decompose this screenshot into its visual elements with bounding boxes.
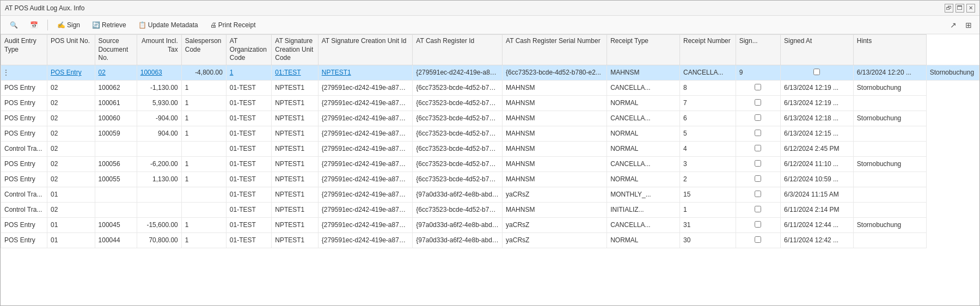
sign-checkbox-input[interactable] bbox=[755, 145, 761, 151]
cell-receipt-number: 8 bbox=[680, 80, 736, 95]
col-header-at-cash-serial: AT Cash Register Serial Number bbox=[503, 35, 607, 65]
table-row[interactable]: POS Entry021000551,130.00101-TESTNPTEST1… bbox=[1, 172, 979, 187]
table-row[interactable]: POS Entry02100062-1,130.00101-TESTNPTEST… bbox=[1, 80, 979, 95]
cell-audit-entry-type[interactable]: POS Entry bbox=[47, 65, 95, 80]
sign-checkbox-input[interactable] bbox=[755, 130, 761, 136]
sign-checkbox-input[interactable] bbox=[755, 99, 761, 106]
link-at-org-code[interactable]: 01:TEST bbox=[275, 69, 301, 76]
cell-pos-unit-no[interactable]: 02 bbox=[95, 65, 137, 80]
cell-receipt-number: 9 bbox=[736, 65, 780, 80]
share-button[interactable]: ↗ bbox=[947, 20, 960, 30]
cell-amount-incl-tax: -1,130.00 bbox=[137, 80, 181, 95]
retrieve-button[interactable]: 🔄 Retrieve bbox=[87, 19, 131, 31]
table-row[interactable]: POS Entry0110004470,800.00101-TESTNPTEST… bbox=[1, 232, 979, 248]
table-row[interactable]: Control Tra...0201-TESTNPTEST1{279591ec-… bbox=[1, 202, 979, 217]
sign-button[interactable]: ✍ Sign bbox=[52, 19, 85, 31]
cell-sign-checkbox[interactable] bbox=[736, 80, 780, 95]
cell-sign-checkbox[interactable] bbox=[736, 232, 780, 248]
cell-sign-checkbox[interactable] bbox=[736, 172, 780, 187]
sign-checkbox-input[interactable] bbox=[755, 160, 761, 167]
row-menu-button[interactable]: ⋮ bbox=[1, 68, 11, 77]
table-row[interactable]: ⋮POS Entry02100063-4,800.00101:TESTNPTES… bbox=[1, 65, 979, 80]
cell-source-doc-no[interactable]: 100063 bbox=[137, 65, 181, 80]
cell-at-sig-unit-code: NPTEST1 bbox=[272, 80, 318, 95]
cell-receipt-number: 3 bbox=[680, 156, 736, 172]
cell-salesperson-code: 1 bbox=[181, 95, 226, 111]
restore-button[interactable]: 🗗 bbox=[945, 4, 953, 13]
cell-salesperson-code bbox=[181, 141, 226, 156]
cell-sign-checkbox[interactable] bbox=[736, 187, 780, 202]
table-container[interactable]: Audit EntryType POS Unit No. SourceDocum… bbox=[1, 34, 979, 305]
cell-sign-checkbox[interactable] bbox=[736, 141, 780, 156]
table-row[interactable]: POS Entry02100060-904.00101-TESTNPTEST1{… bbox=[1, 111, 979, 126]
calendar-button[interactable]: 📅 bbox=[25, 19, 43, 31]
sign-checkbox-input[interactable] bbox=[813, 69, 820, 75]
toolbar-right: ↗ ⊞ bbox=[947, 20, 975, 30]
cell-receipt-number: 5 bbox=[680, 126, 736, 141]
cell-sign-checkbox[interactable] bbox=[736, 95, 780, 111]
cell-salesperson-code[interactable]: 1 bbox=[226, 65, 271, 80]
update-metadata-button[interactable]: 📋 Update Metadata bbox=[133, 19, 203, 31]
cell-at-sig-unit-code: NPTEST1 bbox=[272, 217, 318, 232]
cell-source-doc-no: 100059 bbox=[95, 126, 137, 141]
table-row[interactable]: POS Entry02100056-6,200.00101-TESTNPTEST… bbox=[1, 156, 979, 172]
close-button[interactable]: ✕ bbox=[966, 4, 975, 13]
sign-label: Sign bbox=[67, 21, 80, 29]
link-audit-entry-type[interactable]: POS Entry bbox=[51, 69, 82, 76]
link-at-sig-unit-code[interactable]: NPTEST1 bbox=[322, 69, 351, 76]
search-button[interactable]: 🔍 bbox=[5, 19, 23, 31]
link-salesperson-code[interactable]: 1 bbox=[230, 69, 234, 76]
table-row[interactable]: Control Tra...0101-TESTNPTEST1{279591ec-… bbox=[1, 187, 979, 202]
cell-at-sig-unit-id: {279591ec-d242-419e-a87b-98... bbox=[318, 202, 413, 217]
cell-sign-checkbox[interactable] bbox=[781, 65, 854, 80]
cell-audit-entry-type: POS Entry bbox=[1, 111, 47, 126]
cell-at-org-code: 01-TEST bbox=[226, 187, 271, 202]
link-source-doc-no[interactable]: 100063 bbox=[140, 69, 162, 76]
cell-hints: Stornobuchung bbox=[853, 156, 926, 172]
cell-sign-checkbox[interactable] bbox=[736, 111, 780, 126]
cell-sign-checkbox[interactable] bbox=[736, 202, 780, 217]
sign-checkbox-input[interactable] bbox=[755, 191, 761, 197]
sign-checkbox-input[interactable] bbox=[755, 221, 761, 228]
cell-at-org-code[interactable]: 01:TEST bbox=[272, 65, 318, 80]
cell-at-cash-serial: yaCRsZ bbox=[503, 187, 607, 202]
table-row[interactable]: Control Tra...0201-TESTNPTEST1{279591ec-… bbox=[1, 141, 979, 156]
sign-checkbox-input[interactable] bbox=[755, 114, 761, 121]
cell-at-sig-unit-id: {279591ec-d242-419e-a87b-98... bbox=[318, 156, 413, 172]
table-row[interactable]: POS Entry021000615,930.00101-TESTNPTEST1… bbox=[1, 95, 979, 111]
cell-receipt-number: 7 bbox=[680, 95, 736, 111]
cell-at-sig-unit-code[interactable]: NPTEST1 bbox=[318, 65, 413, 80]
cell-sign-checkbox[interactable] bbox=[736, 217, 780, 232]
cell-audit-entry-type: Control Tra... bbox=[1, 141, 47, 156]
filter-button[interactable]: ⊞ bbox=[962, 20, 975, 30]
cell-at-org-code: 01-TEST bbox=[226, 80, 271, 95]
link-pos-unit-no[interactable]: 02 bbox=[99, 69, 106, 76]
sign-checkbox-input[interactable] bbox=[755, 84, 761, 90]
table-header-row: Audit EntryType POS Unit No. SourceDocum… bbox=[1, 35, 979, 65]
cell-at-sig-unit-code: NPTEST1 bbox=[272, 156, 318, 172]
table-row[interactable]: POS Entry02100059904.00101-TESTNPTEST1{2… bbox=[1, 126, 979, 141]
cell-hints bbox=[853, 187, 926, 202]
cell-audit-entry-type: POS Entry bbox=[1, 172, 47, 187]
cell-amount-incl-tax: 5,930.00 bbox=[137, 95, 181, 111]
maximize-button[interactable]: 🗖 bbox=[955, 4, 964, 13]
cell-sign-checkbox[interactable] bbox=[736, 126, 780, 141]
cell-pos-unit-no: 02 bbox=[47, 172, 95, 187]
cell-hints bbox=[853, 232, 926, 248]
cell-amount-incl-tax bbox=[137, 141, 181, 156]
sign-checkbox-input[interactable] bbox=[755, 206, 761, 212]
cell-at-sig-unit-code: NPTEST1 bbox=[272, 95, 318, 111]
cell-source-doc-no bbox=[95, 202, 137, 217]
sign-checkbox-input[interactable] bbox=[755, 175, 761, 182]
table-row[interactable]: POS Entry01100045-15,600.00101-TESTNPTES… bbox=[1, 217, 979, 232]
col-header-at-sig-unit-code: AT SignatureCreation UnitCode bbox=[272, 35, 318, 65]
update-metadata-label: Update Metadata bbox=[148, 21, 198, 29]
print-receipt-button[interactable]: 🖨 Print Receipt bbox=[205, 19, 261, 31]
cell-receipt-number: 1 bbox=[680, 202, 736, 217]
sign-checkbox-input[interactable] bbox=[755, 236, 761, 243]
cell-at-cash-serial: MAHNSM bbox=[503, 80, 607, 95]
cell-at-cash-register-id: {6cc73523-bcde-4d52-b780-e2... bbox=[413, 141, 503, 156]
cell-sign-checkbox[interactable] bbox=[736, 156, 780, 172]
cell-amount-incl-tax: -6,200.00 bbox=[137, 156, 181, 172]
col-header-at-cash-register-id: AT Cash Register Id bbox=[413, 35, 503, 65]
